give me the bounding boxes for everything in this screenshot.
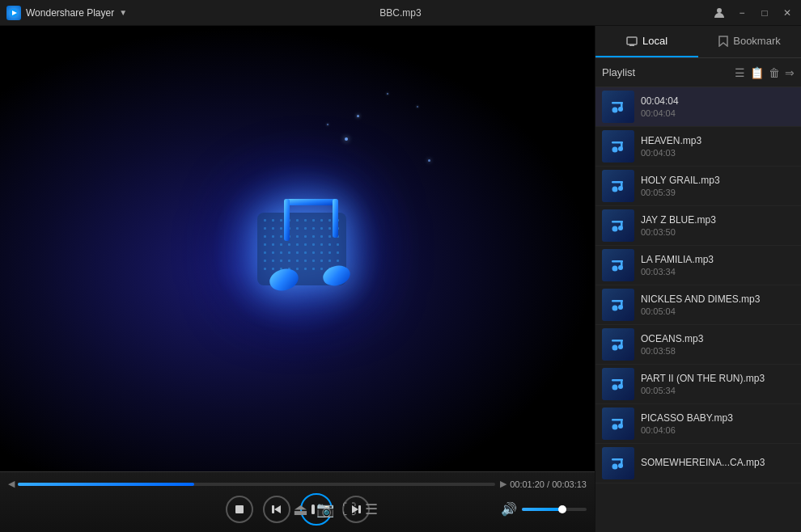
- svg-rect-15: [272, 227, 274, 230]
- playlist-controls: ☰ 📋 🗑 ⇒: [735, 66, 795, 79]
- svg-rect-50: [312, 251, 315, 254]
- svg-rect-79: [235, 505, 244, 513]
- svg-rect-24: [264, 235, 266, 238]
- svg-rect-11: [320, 219, 323, 222]
- track-name: OCEANS.mp3: [641, 333, 795, 344]
- playlist-item[interactable]: LA FAMILIA.mp3 00:03:34: [595, 246, 801, 285]
- tab-local[interactable]: Local: [595, 26, 698, 57]
- bottom-controls-right: ⏏ 📷 ⛶ ☰: [293, 500, 378, 519]
- track-info: SOMEWHEREINA...CA.mp3: [641, 457, 795, 470]
- svg-point-126: [612, 464, 618, 470]
- svg-point-114: [612, 345, 618, 351]
- close-button[interactable]: ✕: [777, 4, 798, 22]
- svg-rect-55: [272, 260, 274, 262]
- track-info: JAY Z BLUE.mp3 00:03:50: [641, 214, 795, 237]
- playlist-item[interactable]: PART II (ON THE RUN).mp3 00:05:34: [595, 365, 801, 404]
- playlist-item[interactable]: NICKLES AND DIMES.mp3 00:05:04: [595, 285, 801, 325]
- svg-rect-25: [272, 235, 274, 238]
- svg-point-94: [612, 147, 618, 153]
- svg-rect-51: [320, 251, 323, 254]
- user-icon-btn[interactable]: [709, 4, 730, 22]
- svg-point-122: [612, 424, 618, 430]
- svg-rect-58: [296, 260, 299, 262]
- playlist-delete-icon[interactable]: 🗑: [769, 66, 780, 79]
- svg-rect-63: [337, 260, 339, 262]
- playlist-more-icon[interactable]: ⇒: [785, 66, 795, 79]
- playlist-item[interactable]: JAY Z BLUE.mp3 00:03:50: [595, 206, 801, 246]
- restore-button[interactable]: □: [754, 4, 775, 22]
- volume-thumb: [558, 505, 566, 513]
- volume-slider[interactable]: [522, 508, 587, 511]
- seek-start-icon: ◀: [8, 479, 13, 489]
- svg-rect-29: [304, 235, 307, 238]
- sidebar-tabs: Local Bookmark: [595, 26, 801, 58]
- svg-rect-69: [304, 268, 307, 270]
- svg-rect-12: [328, 219, 331, 222]
- svg-rect-16: [280, 227, 282, 230]
- camera-button[interactable]: 📷: [316, 500, 334, 518]
- playlist-item[interactable]: PICASSO BABY.mp3 00:04:06: [595, 404, 801, 444]
- svg-rect-18: [296, 227, 299, 230]
- playlist-item[interactable]: HOLY GRAIL.mp3 00:05:39: [595, 167, 801, 206]
- svg-point-123: [618, 424, 623, 429]
- svg-point-95: [618, 146, 623, 151]
- progress-fill: [18, 483, 194, 486]
- track-duration: 00:04:03: [641, 148, 795, 158]
- svg-rect-76: [333, 199, 338, 238]
- progress-track[interactable]: [18, 483, 495, 486]
- stop-button[interactable]: [226, 496, 253, 523]
- svg-rect-70: [312, 268, 315, 270]
- svg-point-119: [618, 384, 623, 389]
- video-canvas: [0, 26, 595, 471]
- track-name: HOLY GRAIL.mp3: [641, 175, 795, 186]
- svg-rect-42: [328, 243, 331, 246]
- svg-rect-80: [272, 505, 274, 513]
- progress-area: ◀ ▶ 00:01:20 / 00:03:13: [8, 479, 587, 489]
- svg-rect-60: [312, 260, 315, 262]
- svg-point-111: [618, 305, 623, 310]
- playlist-add-icon[interactable]: 📋: [750, 66, 764, 79]
- music-icon: [209, 168, 387, 330]
- playlist-button[interactable]: ☰: [365, 500, 378, 518]
- svg-rect-31: [320, 235, 323, 238]
- local-tab-label: Local: [642, 35, 668, 47]
- track-duration: 00:03:58: [641, 346, 795, 356]
- svg-rect-45: [272, 251, 274, 254]
- app-logo: [6, 6, 21, 20]
- title-bar-left: Wondershare Player ▼: [0, 6, 127, 20]
- track-thumbnail: [602, 130, 634, 163]
- svg-rect-21: [320, 227, 323, 230]
- eject-button[interactable]: ⏏: [293, 500, 308, 519]
- sidebar: Local Bookmark Playlist ☰ 📋 🗑 ⇒: [595, 26, 801, 532]
- dropdown-arrow-icon[interactable]: ▼: [119, 8, 127, 17]
- total-time: 00:03:13: [552, 479, 587, 489]
- track-thumbnail: [602, 368, 634, 400]
- svg-point-99: [618, 186, 623, 191]
- fullscreen-button[interactable]: ⛶: [342, 501, 357, 518]
- playlist-item[interactable]: 00:04:04 00:04:04: [595, 87, 801, 127]
- playlist-item[interactable]: OCEANS.mp3 00:03:58: [595, 325, 801, 365]
- track-name: SOMEWHEREINA...CA.mp3: [641, 457, 795, 468]
- track-duration: 00:05:39: [641, 188, 795, 197]
- track-duration: 00:05:04: [641, 306, 795, 316]
- track-name: PICASSO BABY.mp3: [641, 412, 795, 424]
- svg-point-98: [612, 187, 618, 192]
- svg-point-127: [618, 463, 623, 468]
- svg-rect-41: [320, 243, 323, 246]
- svg-rect-9: [304, 219, 307, 222]
- svg-point-110: [612, 306, 618, 311]
- playlist-menu-icon[interactable]: ☰: [735, 66, 745, 79]
- playlist-label: Playlist: [602, 66, 635, 78]
- track-duration: 00:03:50: [641, 227, 795, 237]
- playlist-item[interactable]: HEAVEN.mp3 00:04:03: [595, 127, 801, 167]
- svg-rect-43: [337, 243, 339, 246]
- tab-bookmark[interactable]: Bookmark: [698, 26, 801, 57]
- volume-icon[interactable]: 🔊: [501, 501, 517, 517]
- video-area: ◀ ▶ 00:01:20 / 00:03:13: [0, 26, 595, 532]
- svg-point-107: [618, 265, 623, 270]
- playlist-item[interactable]: SOMEWHEREINA...CA.mp3: [595, 444, 801, 483]
- svg-rect-59: [304, 260, 307, 262]
- prev-button[interactable]: [263, 496, 290, 523]
- track-duration: 00:04:06: [641, 425, 795, 435]
- minimize-button[interactable]: −: [731, 4, 752, 22]
